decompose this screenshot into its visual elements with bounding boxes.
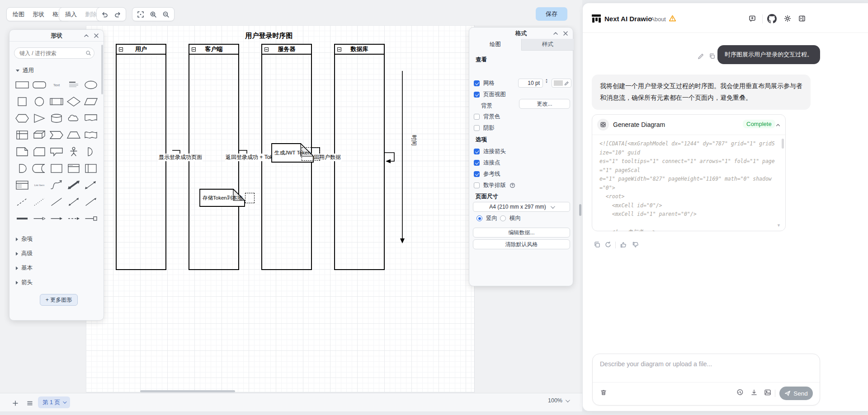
- edit-data-button[interactable]: 编辑数据...: [473, 228, 570, 238]
- toolbar-history-group: [96, 7, 126, 21]
- section-page-size: 页面尺寸: [476, 193, 498, 201]
- redo-icon[interactable]: [111, 9, 124, 20]
- more-shapes-button[interactable]: + 更多图形: [40, 294, 78, 306]
- grid-color-swatch: [554, 80, 563, 86]
- tool-card-title: Generate Diagram: [613, 121, 665, 128]
- chevron-down-icon: [63, 400, 66, 403]
- collapse-panel-icon[interactable]: [552, 30, 559, 37]
- zoom-level-select[interactable]: 100%: [548, 397, 569, 404]
- ai-chat-panel: Next AI Drawio About 时序图展示用户登录的交互过程。 我将创…: [582, 3, 868, 411]
- undo-icon[interactable]: [99, 9, 111, 20]
- insert-button[interactable]: 插入: [61, 9, 81, 20]
- zoom-out-icon[interactable]: [160, 9, 172, 20]
- format-panel-title: 格式: [515, 29, 527, 37]
- save-button[interactable]: 保存: [536, 7, 567, 21]
- grid-color-picker[interactable]: [552, 79, 571, 88]
- math-checkbox[interactable]: [474, 182, 480, 188]
- math-typesetting-row[interactable]: 数学排版: [474, 182, 515, 189]
- code-block[interactable]: <![CDATA[<mxGraphModel dx="1244" dy="787…: [592, 135, 786, 231]
- background-color-checkbox-row[interactable]: 背景色: [474, 113, 500, 121]
- app-title: Next AI Drawio: [604, 15, 652, 23]
- about-link[interactable]: About: [651, 16, 666, 23]
- mxgraph-code: <![CDATA[<mxGraphModel dx="1244" dy="787…: [599, 140, 776, 231]
- thumbs-up-icon[interactable]: [620, 241, 627, 249]
- header-divider: [762, 14, 763, 23]
- page-size-select[interactable]: A4 (210 mm x 297 mm): [473, 202, 570, 212]
- canvas-horizontal-scrollbar[interactable]: [140, 390, 235, 392]
- connection-arrows-row[interactable]: 连接箭头: [474, 148, 506, 155]
- guides-row[interactable]: 参考线: [474, 170, 500, 178]
- toggle-panel-icon[interactable]: [798, 15, 807, 23]
- change-background-button[interactable]: 更改...: [519, 99, 570, 109]
- chat-input-field[interactable]: [600, 360, 808, 368]
- generate-diagram-icon: [597, 119, 609, 131]
- chat-input-container: Send: [592, 354, 820, 406]
- chevron-up-icon[interactable]: [775, 122, 781, 130]
- pages-menu-icon[interactable]: [24, 397, 36, 409]
- landscape-radio[interactable]: [500, 215, 506, 221]
- copy-message-icon[interactable]: [709, 53, 717, 61]
- time-axis-label[interactable]: 时间: [410, 135, 418, 146]
- shadow-checkbox-row[interactable]: 阴影: [474, 124, 495, 132]
- connection-arrows-checkbox[interactable]: [474, 149, 480, 154]
- edit-message-icon[interactable]: [698, 53, 706, 61]
- zoom-in-icon[interactable]: [147, 9, 160, 20]
- code-scrollbar[interactable]: [782, 139, 784, 149]
- toolbar-zoom-group: [132, 7, 175, 21]
- close-icon[interactable]: [562, 30, 569, 37]
- gear-icon[interactable]: [784, 15, 792, 23]
- copy-response-icon[interactable]: [594, 241, 601, 249]
- menu-draw[interactable]: 绘图: [9, 9, 28, 20]
- fit-view-icon[interactable]: [134, 9, 147, 20]
- grid-checkbox-row[interactable]: 网格: [474, 79, 495, 87]
- chevron-right-icon: [16, 281, 18, 284]
- input-actions-divider: [775, 390, 775, 397]
- background-color-checkbox[interactable]: [474, 114, 480, 120]
- grid-size-input[interactable]: 10 pt: [518, 79, 543, 88]
- panel-resize-handle[interactable]: [579, 204, 581, 216]
- section-options: 选项: [476, 136, 487, 144]
- regenerate-icon[interactable]: [604, 241, 612, 249]
- add-page-icon[interactable]: [9, 397, 22, 409]
- page-view-checkbox[interactable]: [474, 92, 480, 98]
- landscape-radio-row[interactable]: 横向: [500, 214, 521, 222]
- chevron-down-icon: [551, 204, 555, 209]
- page-tab[interactable]: 第 1 页: [38, 396, 70, 408]
- clear-chat-icon[interactable]: [600, 389, 608, 396]
- status-badge: Complete: [743, 120, 775, 128]
- grid-size-stepper[interactable]: ▲▼: [544, 78, 549, 84]
- page-view-checkbox-row[interactable]: 页面视图: [474, 91, 506, 98]
- chat-header: Next AI Drawio About: [583, 3, 868, 33]
- tab-style[interactable]: 样式: [521, 39, 574, 51]
- history-icon[interactable]: [736, 389, 744, 396]
- section-arrows[interactable]: 箭头: [16, 279, 33, 286]
- input-divider: [593, 382, 820, 382]
- shadow-checkbox[interactable]: [474, 125, 480, 131]
- message-label-show-login-success[interactable]: 显示登录成功页面: [158, 154, 203, 161]
- thumbs-down-icon[interactable]: [632, 241, 640, 249]
- download-icon[interactable]: [750, 389, 758, 396]
- user-message-bubble: 时序图展示用户登录的交互过程。: [717, 45, 820, 64]
- github-icon[interactable]: [767, 14, 777, 23]
- portrait-radio-row[interactable]: 竖向: [476, 214, 497, 222]
- guides-checkbox[interactable]: [474, 171, 480, 177]
- warning-icon[interactable]: [669, 14, 676, 24]
- clear-default-style-button[interactable]: 清除默认风格: [473, 239, 570, 249]
- connection-points-row[interactable]: 连接点: [474, 159, 500, 167]
- generate-diagram-card[interactable]: Generate Diagram Complete <![CDATA[<mxGr…: [592, 114, 786, 231]
- bottom-bar: 第 1 页 100%: [0, 393, 582, 411]
- grid-checkbox[interactable]: [474, 80, 480, 86]
- send-button[interactable]: Send: [779, 387, 813, 400]
- connection-points-checkbox[interactable]: [474, 160, 480, 166]
- portrait-radio[interactable]: [476, 215, 482, 221]
- background-label: 背景: [481, 102, 492, 110]
- tab-draw[interactable]: 绘图: [469, 39, 521, 51]
- image-icon[interactable]: [764, 389, 772, 396]
- help-icon[interactable]: [509, 182, 515, 188]
- feedback-icon[interactable]: [749, 15, 757, 23]
- menu-shape[interactable]: 形状: [28, 9, 48, 20]
- canvas-area[interactable]: 用户登录时序图 用户 客户端 服务器 数据库: [0, 25, 582, 396]
- ai-message-bubble: 我将创建一个用户登录交互过程的时序图。我会使用垂直布局展示参与者和消息流，确保所…: [592, 75, 811, 110]
- sequence-connectors: [0, 25, 452, 278]
- note-store-token[interactable]: 存储Token到本地: [199, 189, 245, 207]
